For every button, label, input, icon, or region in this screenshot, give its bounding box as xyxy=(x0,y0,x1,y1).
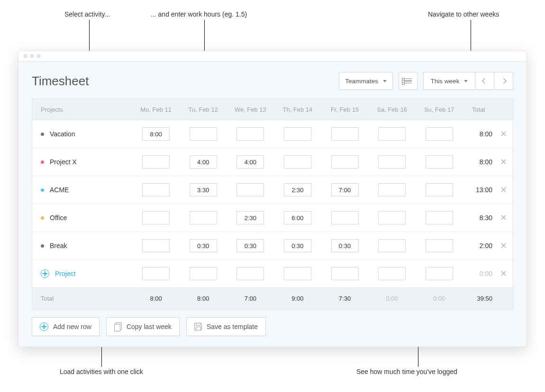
hour-input[interactable] xyxy=(426,183,453,196)
day-cell xyxy=(132,183,180,196)
hour-input[interactable] xyxy=(284,183,311,196)
delete-row-button[interactable]: ✕ xyxy=(494,185,513,195)
add-project-cell[interactable]: Project xyxy=(32,269,132,278)
hour-input[interactable] xyxy=(284,211,311,224)
add-project-label: Project xyxy=(55,270,76,277)
add-row-button[interactable]: Add new row xyxy=(32,317,100,336)
hour-input[interactable] xyxy=(378,155,406,169)
copy-last-week-button[interactable]: Copy last week xyxy=(106,317,180,336)
hour-input[interactable] xyxy=(331,127,359,141)
hour-input[interactable] xyxy=(331,239,359,252)
hour-input[interactable] xyxy=(284,127,311,141)
day-total: 8:00 xyxy=(132,295,180,302)
header-total: Total xyxy=(463,106,494,113)
timesheet-table: Projects Mo, Feb 11 Tu, Feb 12 We, Feb 1… xyxy=(32,98,513,310)
hour-input[interactable] xyxy=(378,267,406,280)
day-cell xyxy=(180,155,227,169)
hour-input[interactable] xyxy=(426,127,453,141)
hour-input[interactable] xyxy=(142,127,170,141)
project-color-dot xyxy=(41,160,44,164)
hour-input[interactable] xyxy=(142,267,170,280)
window-control-max[interactable] xyxy=(36,54,41,58)
annotation-select-activity: Select activity... xyxy=(64,10,110,18)
header-controls: Teammates This week xyxy=(339,72,513,90)
hour-input[interactable] xyxy=(236,239,264,252)
delete-row-button[interactable]: ✕ xyxy=(494,268,513,279)
list-view-button[interactable] xyxy=(399,72,418,90)
hour-input[interactable] xyxy=(426,211,453,224)
hour-input[interactable] xyxy=(378,183,406,196)
project-cell[interactable]: Vacation xyxy=(32,130,132,138)
prev-week-button[interactable] xyxy=(475,72,494,90)
day-cell xyxy=(180,183,227,196)
hour-input[interactable] xyxy=(236,267,264,280)
project-cell[interactable]: ACME xyxy=(32,186,132,194)
week-label: This week xyxy=(431,78,460,85)
save-icon xyxy=(194,323,202,330)
window-control-min[interactable] xyxy=(30,54,34,58)
project-name: Project X xyxy=(50,158,77,166)
row-total: 8:00 xyxy=(463,130,494,138)
table-row: Vacation8:00✕ xyxy=(32,120,513,148)
save-template-button[interactable]: Save as template xyxy=(186,317,266,336)
project-color-dot xyxy=(41,188,44,192)
hour-input[interactable] xyxy=(142,183,170,196)
caret-down-icon xyxy=(383,80,387,82)
row-total: 13:00 xyxy=(463,186,494,194)
week-dropdown[interactable]: This week xyxy=(423,72,475,90)
hour-input[interactable] xyxy=(331,267,359,280)
teammates-dropdown[interactable]: Teammates xyxy=(339,72,393,90)
day-cell xyxy=(132,211,180,224)
hour-input[interactable] xyxy=(236,211,264,224)
hour-input[interactable] xyxy=(426,155,453,169)
hour-input[interactable] xyxy=(190,239,217,252)
window-control-close[interactable] xyxy=(23,54,27,58)
delete-row-button[interactable]: ✕ xyxy=(494,129,513,139)
project-cell[interactable]: Break xyxy=(32,242,132,249)
hour-input[interactable] xyxy=(284,239,311,252)
project-cell[interactable]: Office xyxy=(32,214,132,222)
hour-input[interactable] xyxy=(426,267,453,280)
hour-input[interactable] xyxy=(426,239,453,252)
hour-input[interactable] xyxy=(236,183,264,196)
day-cell xyxy=(416,127,463,141)
hour-input[interactable] xyxy=(331,183,359,196)
hour-input[interactable] xyxy=(142,211,170,224)
project-name: ACME xyxy=(50,186,69,194)
delete-row-button[interactable]: ✕ xyxy=(494,213,513,223)
header-day: Fr, Feb 15 xyxy=(321,106,369,113)
hour-input[interactable] xyxy=(378,127,406,141)
hour-input[interactable] xyxy=(142,239,170,252)
hour-input[interactable] xyxy=(190,211,217,224)
table-row: Office8:30✕ xyxy=(32,204,513,232)
project-cell[interactable]: Project X xyxy=(32,158,132,166)
hour-input[interactable] xyxy=(284,155,311,169)
hour-input[interactable] xyxy=(284,267,311,280)
hour-input[interactable] xyxy=(236,127,264,141)
day-cell xyxy=(227,183,274,196)
delete-row-button[interactable]: ✕ xyxy=(494,241,513,251)
hour-input[interactable] xyxy=(142,155,170,169)
hour-input[interactable] xyxy=(331,211,359,224)
hour-input[interactable] xyxy=(378,239,406,252)
day-cell xyxy=(368,183,416,196)
next-week-button[interactable] xyxy=(494,72,513,90)
day-cell xyxy=(416,155,463,169)
day-cell xyxy=(227,239,274,252)
hour-input[interactable] xyxy=(190,267,217,280)
delete-row-button[interactable]: ✕ xyxy=(494,157,513,167)
project-name: Office xyxy=(50,214,67,222)
close-icon: ✕ xyxy=(500,213,507,223)
hour-input[interactable] xyxy=(331,155,359,169)
hour-input[interactable] xyxy=(378,211,406,224)
hour-input[interactable] xyxy=(190,127,217,141)
annotation-load-activities: Load activities with one click xyxy=(60,368,143,375)
day-cell xyxy=(274,127,321,141)
day-cell xyxy=(227,127,274,141)
hour-input[interactable] xyxy=(190,183,217,196)
week-nav: This week xyxy=(423,72,513,90)
hour-input[interactable] xyxy=(236,155,264,169)
annotation-enter-hours: ... and enter work hours (eg. 1.5) xyxy=(151,10,247,18)
hour-input[interactable] xyxy=(190,155,217,169)
copy-icon xyxy=(114,322,122,331)
